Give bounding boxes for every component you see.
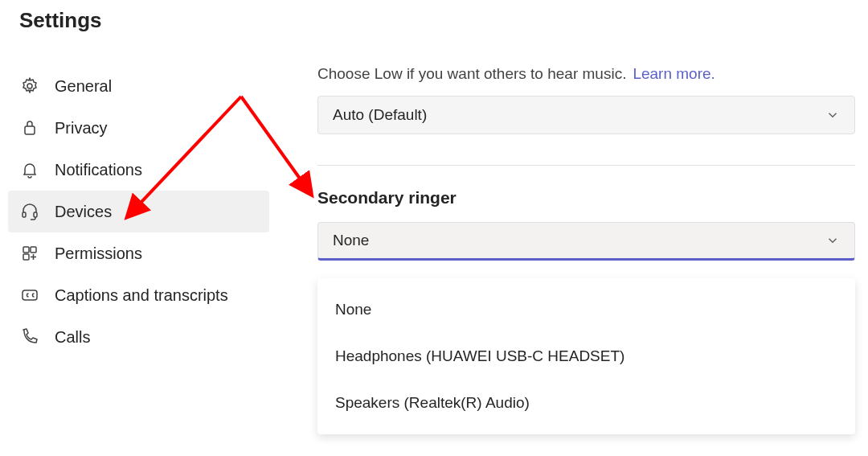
sidebar-item-notifications[interactable]: Notifications [8, 149, 269, 191]
sidebar-item-label: Calls [55, 328, 90, 347]
secondary-ringer-option-list: None Headphones (HUAWEI USB-C HEADSET) S… [317, 278, 855, 434]
ringer-option-speakers[interactable]: Speakers (Realtek(R) Audio) [317, 380, 855, 426]
svg-rect-2 [23, 212, 26, 217]
section-divider [317, 165, 855, 166]
svg-rect-4 [23, 247, 29, 253]
sidebar-item-captions[interactable]: Captions and transcripts [8, 274, 269, 316]
sidebar-item-devices[interactable]: Devices [8, 191, 269, 232]
settings-sidebar: General Privacy Notifications [0, 65, 269, 434]
secondary-ringer-dropdown[interactable]: None [317, 222, 855, 261]
settings-main: Choose Low if you want others to hear mu… [269, 65, 868, 434]
sidebar-item-label: Permissions [55, 244, 142, 263]
ringer-option-none[interactable]: None [317, 286, 855, 333]
page-title: Settings [0, 0, 868, 33]
svg-rect-1 [25, 126, 35, 134]
sidebar-item-privacy[interactable]: Privacy [8, 107, 269, 149]
learn-more-link[interactable]: Learn more. [633, 65, 714, 83]
svg-point-0 [27, 84, 32, 88]
sidebar-item-label: Notifications [55, 161, 142, 179]
app-grid-icon [19, 243, 40, 264]
lock-icon [19, 117, 40, 138]
chevron-down-icon [825, 233, 840, 248]
ringer-option-headphones[interactable]: Headphones (HUAWEI USB-C HEADSET) [317, 333, 855, 380]
sidebar-item-label: Devices [55, 203, 112, 221]
sidebar-item-label: Captions and transcripts [55, 286, 228, 305]
captions-icon [19, 285, 40, 306]
phone-icon [19, 327, 40, 347]
svg-rect-3 [34, 212, 37, 217]
gear-icon [19, 76, 40, 97]
dropdown-selected-value: None [333, 232, 369, 249]
headset-icon [19, 201, 40, 222]
svg-rect-5 [31, 247, 36, 253]
svg-rect-6 [23, 254, 29, 260]
noise-hint-row: Choose Low if you want others to hear mu… [317, 65, 855, 83]
secondary-ringer-heading: Secondary ringer [317, 188, 855, 207]
dropdown-selected-value: Auto (Default) [333, 106, 427, 124]
chevron-down-icon [825, 108, 840, 122]
sidebar-item-general[interactable]: General [8, 65, 269, 107]
sidebar-item-label: General [55, 77, 112, 96]
sidebar-item-calls[interactable]: Calls [8, 316, 269, 358]
sidebar-item-label: Privacy [55, 119, 108, 138]
sidebar-item-permissions[interactable]: Permissions [8, 232, 269, 274]
svg-rect-7 [23, 290, 37, 300]
noise-hint-text: Choose Low if you want others to hear mu… [317, 65, 626, 83]
bell-icon [19, 159, 40, 180]
noise-suppression-dropdown[interactable]: Auto (Default) [317, 96, 855, 134]
